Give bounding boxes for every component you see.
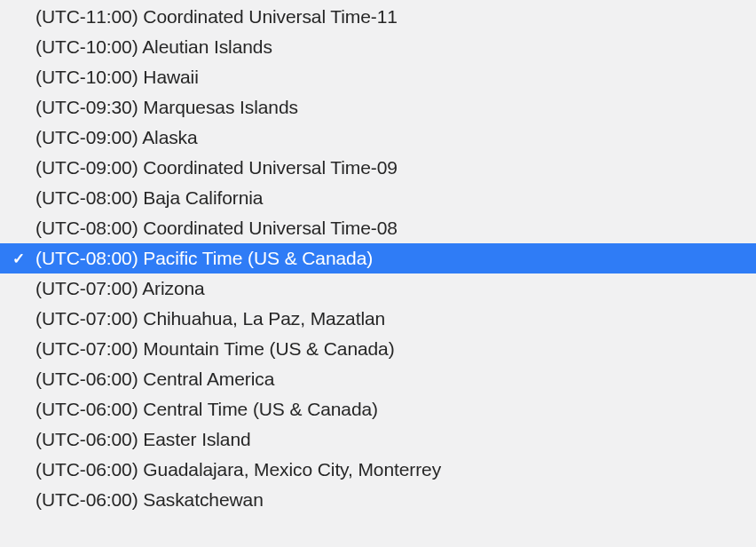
checkmark-container: ✓ <box>12 131 35 146</box>
checkmark-container: ✓ <box>12 10 35 25</box>
timezone-option[interactable]: ✓(UTC-07:00) Arizona <box>0 274 756 304</box>
checkmark-container: ✓ <box>12 342 35 357</box>
checkmark-container: ✓ <box>12 70 35 85</box>
checkmark-container: ✓ <box>12 312 35 327</box>
timezone-option[interactable]: ✓(UTC-06:00) Saskatchewan <box>0 485 756 515</box>
timezone-option-label: (UTC-06:00) Guadalajara, Mexico City, Mo… <box>35 459 441 480</box>
timezone-option[interactable]: ✓(UTC-09:00) Coordinated Universal Time-… <box>0 153 756 183</box>
timezone-option[interactable]: ✓(UTC-08:00) Coordinated Universal Time-… <box>0 213 756 243</box>
timezone-option-label: (UTC-11:00) Coordinated Universal Time-1… <box>35 6 398 28</box>
timezone-option[interactable]: ✓(UTC-06:00) Guadalajara, Mexico City, M… <box>0 455 756 485</box>
timezone-option-label: (UTC-09:00) Coordinated Universal Time-0… <box>35 157 398 178</box>
timezone-option[interactable]: ✓(UTC-06:00) Easter Island <box>0 424 756 455</box>
timezone-option[interactable]: ✓(UTC-06:00) Central Time (US & Canada) <box>0 394 756 424</box>
checkmark-container: ✓ <box>12 463 35 478</box>
checkmark-container: ✓ <box>12 493 35 508</box>
timezone-option[interactable]: ✓(UTC-08:00) Baja California <box>0 183 756 213</box>
checkmark-icon: ✓ <box>12 251 25 266</box>
timezone-option[interactable]: ✓(UTC-07:00) Chihuahua, La Paz, Mazatlan <box>0 304 756 334</box>
checkmark-container: ✓ <box>12 372 35 387</box>
checkmark-container: ✓ <box>12 432 35 448</box>
timezone-option-label: (UTC-07:00) Chihuahua, La Paz, Mazatlan <box>35 308 385 329</box>
timezone-option[interactable]: ✓(UTC-06:00) Central America <box>0 364 756 394</box>
timezone-option[interactable]: ✓(UTC-11:00) Coordinated Universal Time-… <box>0 2 756 32</box>
timezone-option-label: (UTC-06:00) Saskatchewan <box>35 489 264 511</box>
timezone-option-label: (UTC-08:00) Coordinated Universal Time-0… <box>35 218 398 239</box>
timezone-option-label: (UTC-08:00) Baja California <box>35 187 263 209</box>
timezone-dropdown-list: ✓(UTC-11:00) Coordinated Universal Time-… <box>0 0 756 515</box>
timezone-option[interactable]: ✓(UTC-08:00) Pacific Time (US & Canada) <box>0 243 756 274</box>
timezone-option[interactable]: ✓(UTC-10:00) Hawaii <box>0 62 756 92</box>
timezone-option[interactable]: ✓(UTC-10:00) Aleutian Islands <box>0 32 756 62</box>
checkmark-container: ✓ <box>12 402 35 417</box>
checkmark-container: ✓ <box>12 100 35 115</box>
timezone-option-label: (UTC-07:00) Mountain Time (US & Canada) <box>35 338 395 360</box>
checkmark-container: ✓ <box>12 161 35 176</box>
timezone-option-label: (UTC-09:00) Alaska <box>35 127 198 148</box>
timezone-option-label: (UTC-09:30) Marquesas Islands <box>35 97 298 118</box>
timezone-option-label: (UTC-08:00) Pacific Time (US & Canada) <box>35 248 373 269</box>
timezone-option-label: (UTC-10:00) Aleutian Islands <box>35 36 272 58</box>
timezone-option-label: (UTC-06:00) Central America <box>35 369 274 390</box>
checkmark-container: ✓ <box>12 281 35 297</box>
timezone-option[interactable]: ✓(UTC-07:00) Mountain Time (US & Canada) <box>0 334 756 364</box>
checkmark-container: ✓ <box>12 191 35 206</box>
timezone-option[interactable]: ✓(UTC-09:30) Marquesas Islands <box>0 92 756 123</box>
checkmark-container: ✓ <box>12 40 35 55</box>
checkmark-container: ✓ <box>12 251 35 266</box>
timezone-option-label: (UTC-06:00) Easter Island <box>35 429 251 450</box>
timezone-option[interactable]: ✓(UTC-09:00) Alaska <box>0 123 756 153</box>
checkmark-container: ✓ <box>12 221 35 236</box>
timezone-option-label: (UTC-06:00) Central Time (US & Canada) <box>35 399 378 420</box>
timezone-option-label: (UTC-10:00) Hawaii <box>35 67 199 88</box>
timezone-option-label: (UTC-07:00) Arizona <box>35 278 205 299</box>
